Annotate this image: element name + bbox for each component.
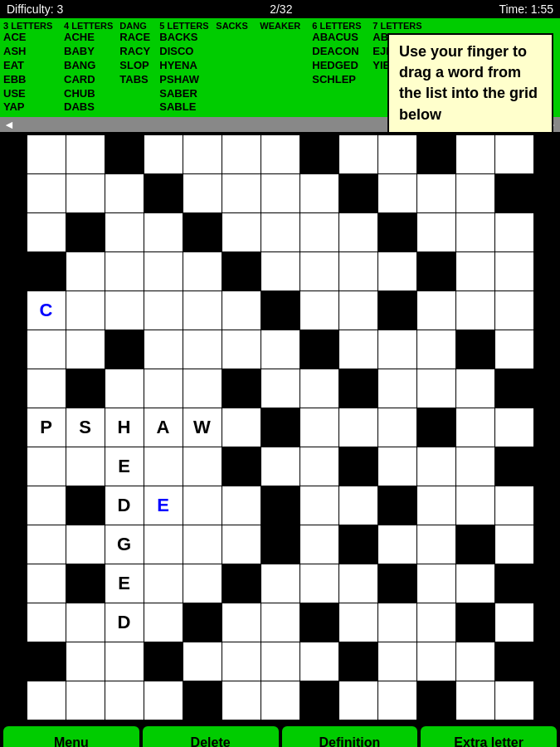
grid-cell[interactable] — [456, 174, 494, 212]
grid-cell[interactable]: D — [105, 486, 144, 525]
grid-cell[interactable] — [417, 369, 455, 408]
grid-cell[interactable] — [417, 603, 455, 642]
grid-cell[interactable] — [27, 447, 66, 486]
grid-cell[interactable] — [27, 486, 66, 525]
grid-cell[interactable] — [300, 486, 338, 525]
grid-cell[interactable] — [66, 603, 105, 642]
grid-cell[interactable] — [27, 369, 66, 408]
grid-cell[interactable] — [456, 642, 494, 681]
grid-cell[interactable] — [27, 603, 66, 642]
grid-cell[interactable] — [183, 447, 222, 486]
grid-cell[interactable] — [27, 330, 66, 369]
grid-cell[interactable] — [222, 603, 261, 642]
grid-cell[interactable] — [144, 369, 183, 408]
grid-cell[interactable] — [378, 681, 416, 720]
word-item[interactable]: DABS — [64, 100, 113, 115]
grid-cell[interactable] — [339, 291, 377, 330]
grid-cell[interactable] — [183, 369, 222, 408]
grid-cell[interactable] — [339, 408, 377, 447]
word-item[interactable]: CARD — [64, 73, 113, 87]
grid-cell[interactable] — [27, 681, 66, 720]
grid-cell[interactable] — [27, 174, 66, 212]
grid-cell[interactable] — [456, 135, 494, 173]
grid-cell[interactable] — [105, 642, 144, 681]
grid-cell[interactable] — [456, 252, 494, 290]
grid-cell[interactable] — [300, 252, 338, 290]
word-item[interactable]: BABY — [64, 45, 113, 59]
grid-cell[interactable]: S — [66, 408, 105, 447]
grid-cell[interactable] — [27, 135, 66, 173]
grid-cell[interactable] — [222, 486, 261, 525]
word-item[interactable]: RACY — [119, 45, 153, 59]
grid-cell[interactable] — [66, 135, 105, 173]
grid-cell[interactable] — [144, 681, 183, 720]
grid-cell[interactable] — [300, 369, 338, 408]
grid-cell[interactable] — [261, 564, 299, 603]
grid-cell[interactable] — [261, 213, 299, 251]
grid-cell[interactable] — [66, 681, 105, 720]
menu-button[interactable]: Menu — [3, 726, 139, 747]
grid-cell[interactable] — [66, 642, 105, 681]
grid-cell[interactable] — [339, 135, 377, 173]
grid-cell[interactable] — [222, 135, 261, 173]
grid-cell[interactable] — [222, 642, 261, 681]
grid-cell[interactable] — [144, 135, 183, 173]
grid-cell[interactable] — [339, 330, 377, 369]
word-item[interactable]: SABER — [159, 87, 209, 101]
grid-cell[interactable] — [456, 447, 494, 486]
word-item[interactable]: DEACON — [312, 45, 366, 59]
word-item[interactable]: PSHAW — [159, 73, 209, 87]
grid-cell[interactable] — [495, 330, 533, 369]
word-item[interactable]: EBB — [3, 73, 57, 87]
grid-cell[interactable] — [261, 174, 299, 212]
grid-cell[interactable] — [378, 330, 416, 369]
grid-cell[interactable]: A — [144, 408, 183, 447]
grid-cell[interactable] — [144, 252, 183, 290]
grid-cell[interactable] — [261, 369, 299, 408]
grid-cell[interactable] — [105, 213, 144, 251]
grid-cell[interactable] — [183, 330, 222, 369]
grid-cell[interactable] — [417, 486, 455, 525]
grid-cell[interactable] — [144, 603, 183, 642]
grid-cell[interactable] — [456, 213, 494, 251]
word-item[interactable]: ASH — [3, 45, 57, 59]
grid-cell[interactable] — [144, 213, 183, 251]
grid-cell[interactable] — [300, 174, 338, 212]
grid-cell[interactable] — [339, 213, 377, 251]
word-item[interactable]: EAT — [3, 59, 57, 73]
grid-cell[interactable] — [66, 291, 105, 330]
grid-cell[interactable] — [261, 603, 299, 642]
grid-cell[interactable] — [417, 642, 455, 681]
grid-cell[interactable] — [417, 291, 455, 330]
word-item[interactable]: BANG — [64, 59, 113, 73]
word-item[interactable]: USE — [3, 87, 57, 101]
grid-cell[interactable] — [183, 252, 222, 290]
grid-cell[interactable] — [378, 525, 416, 564]
grid-cell[interactable] — [183, 174, 222, 212]
grid-cell[interactable] — [456, 681, 494, 720]
grid-cell[interactable] — [144, 330, 183, 369]
grid-cell[interactable]: C — [27, 291, 66, 330]
grid-cell[interactable] — [300, 447, 338, 486]
grid-cell[interactable] — [144, 525, 183, 564]
grid-cell[interactable] — [378, 252, 416, 290]
grid-cell[interactable] — [183, 135, 222, 173]
grid-cell[interactable]: E — [144, 486, 183, 525]
word-item[interactable]: DISCO — [159, 45, 209, 59]
word-item[interactable]: ABACUS — [312, 31, 366, 45]
grid-cell[interactable] — [183, 291, 222, 330]
grid-cell[interactable]: E — [105, 447, 144, 486]
grid-cell[interactable] — [27, 213, 66, 251]
grid-cell[interactable] — [378, 603, 416, 642]
grid-cell[interactable] — [495, 603, 533, 642]
grid-cell[interactable] — [105, 252, 144, 290]
grid-cell[interactable] — [495, 681, 533, 720]
grid-cell[interactable] — [105, 369, 144, 408]
grid-cell[interactable] — [378, 174, 416, 212]
grid-cell[interactable] — [495, 408, 533, 447]
delete-button[interactable]: Delete — [143, 726, 279, 747]
extra-letter-button[interactable]: Extra letter — [421, 726, 557, 747]
grid-cell[interactable] — [378, 135, 416, 173]
grid-cell[interactable] — [417, 564, 455, 603]
grid-cell[interactable]: E — [105, 564, 144, 603]
